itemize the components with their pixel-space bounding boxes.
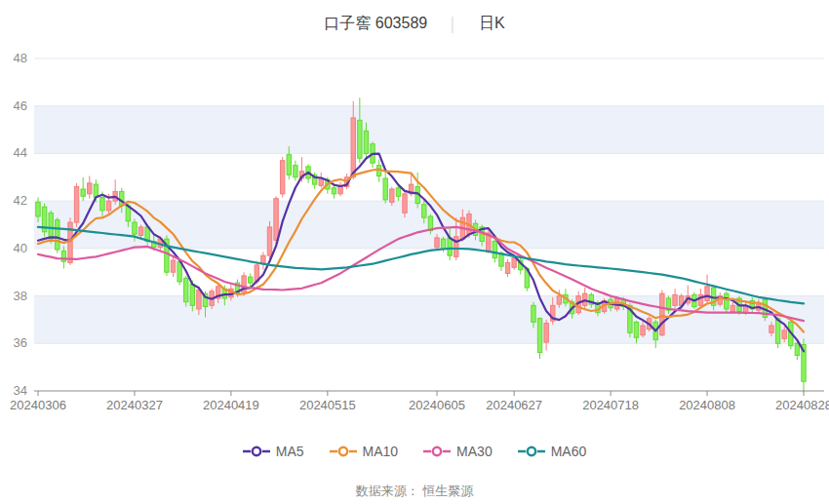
candle-body	[332, 188, 336, 194]
x-axis-label: 20240808	[679, 398, 735, 412]
candle-body	[248, 277, 252, 283]
candle-body	[448, 238, 452, 255]
candle-body	[138, 227, 142, 236]
svg-text:42: 42	[14, 193, 27, 208]
legend-item-label: MA60	[551, 444, 587, 459]
kline-chart-card: 口子窖 603589 │ 日K 343638404244464820240306…	[0, 0, 829, 504]
legend-item-label: MA5	[276, 444, 304, 459]
ma30-legend-marker-icon	[423, 446, 451, 457]
candle-body	[184, 278, 188, 301]
legend-item-ma5[interactable]: MA5	[243, 444, 304, 459]
candle-body	[351, 118, 355, 177]
candle-body	[660, 293, 664, 335]
candle-body	[197, 290, 201, 308]
candle-body	[770, 326, 773, 332]
candle-body	[795, 343, 799, 355]
legend-item-label: MA10	[363, 444, 399, 459]
legend-item-label: MA30	[456, 444, 493, 459]
candle-body	[280, 161, 284, 194]
x-axis: 2024030620240327202404192024051520240605…	[10, 391, 829, 412]
candle-body	[422, 205, 426, 217]
svg-text:40: 40	[14, 241, 27, 255]
candle-body	[100, 197, 104, 210]
candle-body	[74, 187, 78, 223]
candle-body	[364, 131, 368, 153]
candle-body	[396, 188, 400, 197]
candle-body	[171, 260, 175, 272]
candle-body	[544, 324, 548, 342]
candle-body	[190, 284, 194, 305]
candle-body	[454, 237, 458, 257]
candle-body	[673, 294, 677, 305]
candle-body	[294, 166, 297, 177]
candle-body	[403, 194, 407, 213]
x-axis-label: 20240419	[203, 398, 259, 412]
candle-body	[56, 220, 59, 250]
svg-text:46: 46	[14, 98, 27, 113]
candle-body	[441, 239, 445, 249]
candle-body	[36, 202, 40, 216]
x-axis-label: 20240718	[582, 398, 639, 412]
candle-body	[641, 326, 645, 335]
candle-body	[133, 222, 137, 234]
legend-item-ma30[interactable]: MA30	[423, 444, 493, 459]
candle-body	[358, 120, 362, 158]
x-axis-label: 20240627	[486, 398, 542, 412]
chart-legend: MA5MA10MA30MA60	[0, 444, 829, 459]
candle-body	[49, 213, 53, 239]
candle-body	[505, 262, 509, 273]
candle-body	[435, 238, 439, 248]
candle-body	[725, 293, 729, 309]
candle-body	[512, 258, 516, 268]
candle-body	[94, 184, 98, 197]
candle-body	[537, 319, 541, 353]
candle-body	[390, 189, 394, 202]
candle-body	[88, 183, 92, 194]
candle-body	[61, 251, 65, 261]
x-axis-label: 20240605	[409, 398, 465, 412]
svg-text:36: 36	[14, 335, 27, 350]
y-axis-labels: 3436384042444648	[14, 51, 27, 398]
candle-body	[782, 330, 786, 339]
candle-body	[274, 199, 278, 241]
ma5-legend-marker-icon	[243, 446, 270, 457]
candle-body	[493, 242, 496, 258]
candle-body	[705, 287, 709, 301]
candle-body	[267, 227, 271, 255]
x-axis-label: 20240828	[775, 398, 829, 412]
ma10-legend-marker-icon	[330, 446, 357, 457]
ma60-legend-marker-icon	[518, 446, 545, 457]
x-axis-label: 20240515	[299, 398, 356, 412]
candle-body	[532, 305, 535, 322]
candle-body	[383, 178, 387, 200]
legend-item-ma60[interactable]: MA60	[518, 444, 587, 459]
candle-body	[106, 201, 110, 211]
candle-body	[81, 189, 85, 196]
x-axis-label: 20240327	[106, 398, 163, 412]
candle-body	[730, 305, 734, 311]
svg-text:34: 34	[14, 383, 27, 398]
data-source-label: 数据来源： 恒生聚源	[0, 483, 829, 500]
candle-body	[287, 155, 291, 175]
candlestick-chart: 3436384042444648202403062024032720240419…	[0, 0, 829, 429]
svg-text:38: 38	[14, 289, 27, 303]
x-axis-label: 20240306	[10, 398, 66, 412]
candle-body	[634, 322, 638, 337]
legend-item-ma10[interactable]: MA10	[330, 444, 399, 459]
svg-text:44: 44	[14, 145, 27, 160]
candle-body	[557, 296, 561, 305]
svg-text:48: 48	[14, 51, 27, 65]
